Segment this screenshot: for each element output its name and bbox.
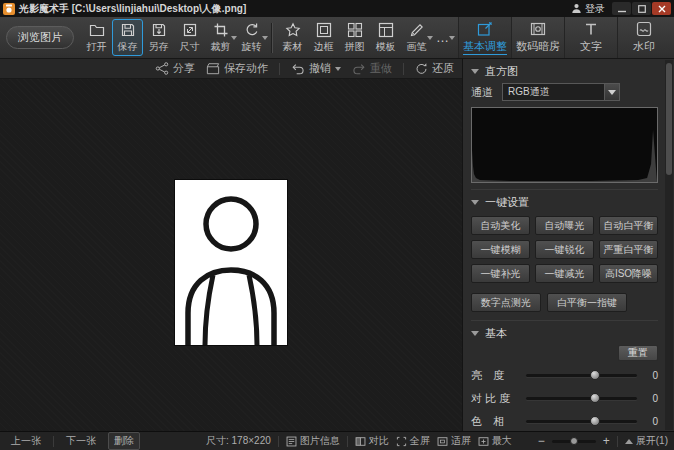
channel-select[interactable]: RGB通道: [502, 83, 620, 101]
tab-darkroom[interactable]: 数码暗房: [511, 17, 564, 58]
tool-label: 另存: [149, 40, 169, 54]
undo-button[interactable]: 撤销: [291, 61, 341, 76]
tool-brush[interactable]: 画笔: [401, 19, 432, 56]
tool-material[interactable]: 素材: [277, 19, 308, 56]
zoom-slider-thumb[interactable]: [570, 437, 578, 445]
template-icon: [378, 22, 394, 39]
slider-thumb[interactable]: [590, 416, 600, 426]
login-label: 登录: [585, 2, 605, 16]
next-image-button[interactable]: 下一张: [61, 433, 101, 449]
slider-thumb[interactable]: [590, 370, 600, 380]
tool-label: 素材: [283, 40, 303, 54]
compare-label: 对比: [369, 434, 389, 448]
auto-white-balance-button[interactable]: 自动白平衡: [599, 216, 658, 235]
contrast-slider[interactable]: [526, 397, 637, 400]
auto-exposure-button[interactable]: 自动曝光: [535, 216, 594, 235]
login-button[interactable]: 登录: [571, 2, 605, 16]
panel-scrollbar[interactable]: [665, 60, 673, 430]
tool-crop[interactable]: 裁剪: [205, 19, 236, 56]
brightness-slider[interactable]: [526, 374, 637, 377]
tab-basic-adjust[interactable]: 基本调整: [458, 17, 511, 58]
tab-text[interactable]: 文字: [564, 17, 617, 58]
expand-label: 展开(1): [636, 434, 668, 448]
high-iso-denoise-button[interactable]: 高ISO降噪: [599, 264, 658, 283]
tool-open[interactable]: 打开: [81, 19, 112, 56]
close-button[interactable]: [652, 2, 671, 15]
tool-label: 打开: [87, 40, 107, 54]
redo-button[interactable]: 重做: [352, 61, 392, 76]
hue-slider[interactable]: [526, 420, 637, 423]
chevron-down-icon[interactable]: [604, 84, 619, 100]
image-info-button[interactable]: 图片信息: [286, 434, 340, 448]
tool-resize[interactable]: 尺寸: [174, 19, 205, 56]
restore-label: 还原: [432, 61, 454, 76]
tool-frame[interactable]: 边框: [308, 19, 339, 56]
collapse-triangle-icon: [471, 200, 479, 205]
hue-slider-row: 色 相 0: [471, 410, 658, 431]
reset-button[interactable]: 重置: [618, 345, 658, 361]
separator: [617, 436, 618, 447]
hue-label: 色 相: [471, 414, 523, 429]
chevron-down-icon[interactable]: [449, 36, 455, 43]
actual-size-label: 最大: [492, 434, 512, 448]
more-tools-button[interactable]: …: [432, 19, 454, 56]
share-button[interactable]: 分享: [155, 61, 195, 76]
actual-size-button[interactable]: 最大: [478, 434, 512, 448]
collapse-triangle-icon: [471, 331, 479, 336]
zoom-slider[interactable]: [552, 440, 596, 443]
auto-beautify-button[interactable]: 自动美化: [471, 216, 530, 235]
separator: [53, 436, 54, 447]
tool-save[interactable]: 保存: [112, 19, 143, 56]
tool-collage[interactable]: 拼图: [339, 19, 370, 56]
white-balance-one-key-button[interactable]: 白平衡一指键: [547, 293, 627, 312]
compare-button[interactable]: 对比: [355, 434, 389, 448]
oneclick-dim-light-button[interactable]: 一键减光: [535, 264, 594, 283]
contrast-slider-row: 对 比 度 0: [471, 387, 658, 410]
user-icon: [571, 3, 582, 14]
tab-watermark[interactable]: 水印: [617, 17, 670, 58]
restore-button[interactable]: 还原: [415, 61, 454, 76]
basic-section-header[interactable]: 基本: [471, 322, 658, 344]
zoom-out-button[interactable]: −: [538, 436, 545, 446]
scrollbar-thumb[interactable]: [666, 63, 672, 175]
tool-template[interactable]: 模板: [370, 19, 401, 56]
previous-image-button[interactable]: 上一张: [6, 433, 46, 449]
save-action-button[interactable]: 保存动作: [206, 61, 268, 76]
person-placeholder-icon: [175, 180, 287, 345]
tab-label: 基本调整: [463, 39, 507, 55]
save-action-label: 保存动作: [224, 61, 268, 76]
zoom-in-button[interactable]: +: [603, 436, 610, 446]
photo-portrait[interactable]: [175, 180, 287, 345]
browse-images-button[interactable]: 浏览图片: [6, 26, 74, 49]
resize-icon: [182, 22, 198, 39]
fit-screen-icon: [437, 436, 448, 447]
fullscreen-button[interactable]: 全屏: [396, 434, 430, 448]
oneclick-blur-button[interactable]: 一键模糊: [471, 240, 530, 259]
fit-screen-button[interactable]: 适屏: [437, 434, 471, 448]
slider-thumb[interactable]: [590, 393, 600, 403]
fullscreen-icon: [396, 436, 407, 447]
maximize-button[interactable]: [632, 2, 651, 15]
more-icon: …: [436, 29, 450, 46]
mode-tabs: 基本调整 数码暗房 文字 水印: [458, 17, 670, 58]
info-icon: [286, 436, 297, 447]
delete-button[interactable]: 删除: [108, 432, 140, 450]
severe-white-balance-button[interactable]: 严重白平衡: [599, 240, 658, 259]
separator: [279, 63, 280, 75]
chevron-down-icon[interactable]: [262, 36, 268, 43]
tool-label: 模板: [376, 40, 396, 54]
hue-value: 0: [646, 416, 658, 427]
tool-rotate[interactable]: 旋转: [236, 19, 267, 56]
oneclick-fill-light-button[interactable]: 一键补光: [471, 264, 530, 283]
minimize-button[interactable]: [612, 2, 631, 15]
titlebar: 光影魔术手 [C:\Users\linjiahui\Desktop\人像.png…: [0, 0, 674, 17]
tool-save-as[interactable]: 另存: [143, 19, 174, 56]
oneclick-section-header[interactable]: 一键设置: [471, 191, 658, 213]
digital-spot-metering-button[interactable]: 数字点测光: [471, 293, 541, 312]
expand-panel-button[interactable]: 展开(1): [625, 434, 668, 448]
fullscreen-label: 全屏: [410, 434, 430, 448]
restore-icon: [415, 62, 428, 75]
chevron-down-icon[interactable]: [335, 67, 341, 74]
histogram-section-header[interactable]: 直方图: [471, 60, 658, 82]
oneclick-sharpen-button[interactable]: 一键锐化: [535, 240, 594, 259]
